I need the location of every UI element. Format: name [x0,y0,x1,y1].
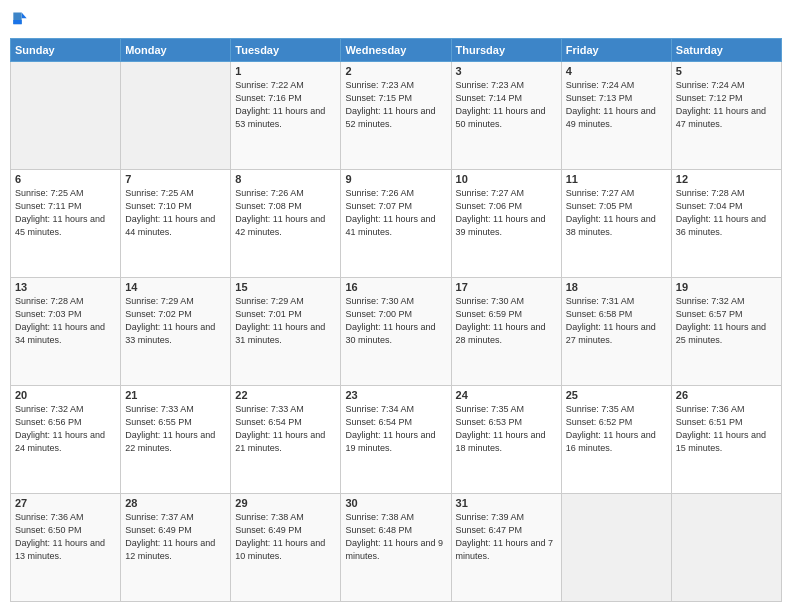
calendar-cell: 7Sunrise: 7:25 AM Sunset: 7:10 PM Daylig… [121,170,231,278]
day-info: Sunrise: 7:28 AM Sunset: 7:03 PM Dayligh… [15,295,116,347]
calendar-cell [671,494,781,602]
day-info: Sunrise: 7:26 AM Sunset: 7:07 PM Dayligh… [345,187,446,239]
weekday-header-thursday: Thursday [451,39,561,62]
day-number: 14 [125,281,226,293]
header [10,10,782,30]
day-info: Sunrise: 7:24 AM Sunset: 7:12 PM Dayligh… [676,79,777,131]
day-info: Sunrise: 7:23 AM Sunset: 7:14 PM Dayligh… [456,79,557,131]
day-number: 12 [676,173,777,185]
weekday-header-monday: Monday [121,39,231,62]
day-number: 13 [15,281,116,293]
day-number: 5 [676,65,777,77]
page: SundayMondayTuesdayWednesdayThursdayFrid… [0,0,792,612]
day-number: 6 [15,173,116,185]
day-info: Sunrise: 7:25 AM Sunset: 7:11 PM Dayligh… [15,187,116,239]
day-info: Sunrise: 7:26 AM Sunset: 7:08 PM Dayligh… [235,187,336,239]
calendar-cell: 13Sunrise: 7:28 AM Sunset: 7:03 PM Dayli… [11,278,121,386]
calendar-cell: 2Sunrise: 7:23 AM Sunset: 7:15 PM Daylig… [341,62,451,170]
day-number: 24 [456,389,557,401]
day-info: Sunrise: 7:39 AM Sunset: 6:47 PM Dayligh… [456,511,557,563]
calendar-table: SundayMondayTuesdayWednesdayThursdayFrid… [10,38,782,602]
calendar-cell [121,62,231,170]
calendar-body: 1Sunrise: 7:22 AM Sunset: 7:16 PM Daylig… [11,62,782,602]
day-number: 3 [456,65,557,77]
day-info: Sunrise: 7:31 AM Sunset: 6:58 PM Dayligh… [566,295,667,347]
weekday-header-sunday: Sunday [11,39,121,62]
day-number: 21 [125,389,226,401]
day-number: 30 [345,497,446,509]
calendar-cell: 5Sunrise: 7:24 AM Sunset: 7:12 PM Daylig… [671,62,781,170]
day-info: Sunrise: 7:22 AM Sunset: 7:16 PM Dayligh… [235,79,336,131]
weekday-row: SundayMondayTuesdayWednesdayThursdayFrid… [11,39,782,62]
day-number: 28 [125,497,226,509]
calendar-cell: 25Sunrise: 7:35 AM Sunset: 6:52 PM Dayli… [561,386,671,494]
day-number: 27 [15,497,116,509]
day-info: Sunrise: 7:25 AM Sunset: 7:10 PM Dayligh… [125,187,226,239]
day-info: Sunrise: 7:36 AM Sunset: 6:51 PM Dayligh… [676,403,777,455]
day-number: 1 [235,65,336,77]
svg-marker-0 [22,13,27,19]
calendar-cell: 27Sunrise: 7:36 AM Sunset: 6:50 PM Dayli… [11,494,121,602]
day-info: Sunrise: 7:33 AM Sunset: 6:55 PM Dayligh… [125,403,226,455]
day-number: 15 [235,281,336,293]
day-number: 7 [125,173,226,185]
weekday-header-friday: Friday [561,39,671,62]
day-number: 18 [566,281,667,293]
calendar-week-2: 6Sunrise: 7:25 AM Sunset: 7:11 PM Daylig… [11,170,782,278]
calendar-cell: 20Sunrise: 7:32 AM Sunset: 6:56 PM Dayli… [11,386,121,494]
day-info: Sunrise: 7:36 AM Sunset: 6:50 PM Dayligh… [15,511,116,563]
calendar-cell [561,494,671,602]
calendar-cell: 28Sunrise: 7:37 AM Sunset: 6:49 PM Dayli… [121,494,231,602]
day-number: 17 [456,281,557,293]
day-info: Sunrise: 7:30 AM Sunset: 6:59 PM Dayligh… [456,295,557,347]
day-info: Sunrise: 7:29 AM Sunset: 7:02 PM Dayligh… [125,295,226,347]
day-number: 22 [235,389,336,401]
day-number: 10 [456,173,557,185]
day-info: Sunrise: 7:38 AM Sunset: 6:48 PM Dayligh… [345,511,446,563]
calendar-cell: 26Sunrise: 7:36 AM Sunset: 6:51 PM Dayli… [671,386,781,494]
day-number: 8 [235,173,336,185]
day-info: Sunrise: 7:23 AM Sunset: 7:15 PM Dayligh… [345,79,446,131]
calendar-cell: 12Sunrise: 7:28 AM Sunset: 7:04 PM Dayli… [671,170,781,278]
calendar-cell [11,62,121,170]
day-info: Sunrise: 7:29 AM Sunset: 7:01 PM Dayligh… [235,295,336,347]
day-number: 2 [345,65,446,77]
calendar-cell: 4Sunrise: 7:24 AM Sunset: 7:13 PM Daylig… [561,62,671,170]
calendar-cell: 23Sunrise: 7:34 AM Sunset: 6:54 PM Dayli… [341,386,451,494]
calendar-cell: 3Sunrise: 7:23 AM Sunset: 7:14 PM Daylig… [451,62,561,170]
day-number: 23 [345,389,446,401]
day-info: Sunrise: 7:24 AM Sunset: 7:13 PM Dayligh… [566,79,667,131]
calendar-cell: 22Sunrise: 7:33 AM Sunset: 6:54 PM Dayli… [231,386,341,494]
calendar-week-4: 20Sunrise: 7:32 AM Sunset: 6:56 PM Dayli… [11,386,782,494]
day-number: 11 [566,173,667,185]
weekday-header-saturday: Saturday [671,39,781,62]
calendar-cell: 9Sunrise: 7:26 AM Sunset: 7:07 PM Daylig… [341,170,451,278]
calendar-cell: 6Sunrise: 7:25 AM Sunset: 7:11 PM Daylig… [11,170,121,278]
day-number: 9 [345,173,446,185]
day-number: 29 [235,497,336,509]
day-number: 20 [15,389,116,401]
day-info: Sunrise: 7:33 AM Sunset: 6:54 PM Dayligh… [235,403,336,455]
day-info: Sunrise: 7:32 AM Sunset: 6:57 PM Dayligh… [676,295,777,347]
day-number: 4 [566,65,667,77]
day-info: Sunrise: 7:38 AM Sunset: 6:49 PM Dayligh… [235,511,336,563]
day-info: Sunrise: 7:28 AM Sunset: 7:04 PM Dayligh… [676,187,777,239]
svg-rect-2 [13,20,21,24]
calendar-cell: 8Sunrise: 7:26 AM Sunset: 7:08 PM Daylig… [231,170,341,278]
logo [10,10,32,30]
day-info: Sunrise: 7:32 AM Sunset: 6:56 PM Dayligh… [15,403,116,455]
weekday-header-wednesday: Wednesday [341,39,451,62]
weekday-header-tuesday: Tuesday [231,39,341,62]
calendar-cell: 17Sunrise: 7:30 AM Sunset: 6:59 PM Dayli… [451,278,561,386]
calendar-cell: 11Sunrise: 7:27 AM Sunset: 7:05 PM Dayli… [561,170,671,278]
day-info: Sunrise: 7:30 AM Sunset: 7:00 PM Dayligh… [345,295,446,347]
calendar-cell: 14Sunrise: 7:29 AM Sunset: 7:02 PM Dayli… [121,278,231,386]
day-number: 31 [456,497,557,509]
day-number: 16 [345,281,446,293]
calendar-week-1: 1Sunrise: 7:22 AM Sunset: 7:16 PM Daylig… [11,62,782,170]
calendar-header: SundayMondayTuesdayWednesdayThursdayFrid… [11,39,782,62]
day-info: Sunrise: 7:27 AM Sunset: 7:06 PM Dayligh… [456,187,557,239]
day-info: Sunrise: 7:35 AM Sunset: 6:53 PM Dayligh… [456,403,557,455]
calendar-cell: 31Sunrise: 7:39 AM Sunset: 6:47 PM Dayli… [451,494,561,602]
day-number: 25 [566,389,667,401]
